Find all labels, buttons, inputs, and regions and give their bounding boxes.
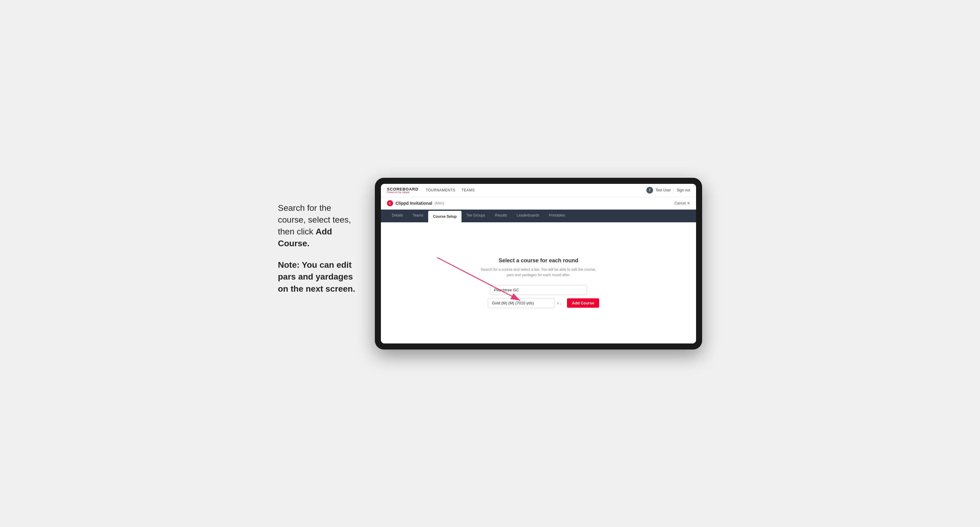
tablet-screen: SCOREBOARD Powered by clippd TOURNAMENTS… (381, 184, 696, 343)
cancel-button[interactable]: Cancel ✕ (675, 201, 690, 205)
tab-printables[interactable]: Printables (544, 210, 570, 222)
tournament-name: Clippd Invitational (395, 201, 432, 206)
annotation-note-label: Note: (278, 260, 300, 270)
tournament-title: C Clippd Invitational (Men) (387, 200, 444, 206)
tournament-header: C Clippd Invitational (Men) Cancel ✕ (381, 197, 696, 210)
cancel-label: Cancel (675, 201, 686, 205)
top-nav: SCOREBOARD Powered by clippd TOURNAMENTS… (381, 184, 696, 197)
logo-title: SCOREBOARD (387, 187, 418, 191)
user-avatar: T (646, 187, 653, 194)
tab-nav: Details Teams Course Setup Tee Groups Re… (381, 210, 696, 222)
tab-leaderboards[interactable]: Leaderboards (512, 210, 544, 222)
nav-right: T Test User | Sign out (646, 187, 690, 194)
cancel-icon: ✕ (687, 201, 690, 205)
content-desc: Search for a course and select a tee. Yo… (478, 267, 599, 278)
logo-sub: Powered by clippd (387, 191, 418, 194)
content-box: Select a course for each round Search fo… (478, 257, 599, 308)
nav-divider: | (673, 188, 674, 192)
tournament-subtitle: (Men) (434, 201, 444, 205)
tab-teams[interactable]: Teams (408, 210, 428, 222)
main-content: Select a course for each round Search fo… (381, 222, 696, 343)
content-title: Select a course for each round (478, 257, 599, 264)
course-search-wrapper (478, 285, 599, 295)
add-course-button[interactable]: Add Course (567, 298, 599, 308)
course-search-input[interactable] (490, 285, 587, 295)
logo-area: SCOREBOARD Powered by clippd (387, 187, 418, 194)
tab-tee-groups[interactable]: Tee Groups (461, 210, 490, 222)
tee-select-wrapper: Gold (M) (M) (7010 yds) (478, 298, 565, 308)
nav-left: SCOREBOARD Powered by clippd TOURNAMENTS… (387, 187, 475, 194)
nav-link-tournaments[interactable]: TOURNAMENTS (426, 188, 455, 192)
tab-details[interactable]: Details (387, 210, 408, 222)
tee-select-row: Gold (M) (M) (7010 yds) Add Course (478, 298, 599, 308)
nav-links: TOURNAMENTS TEAMS (426, 188, 475, 192)
user-label: Test User (655, 188, 671, 192)
tab-course-setup[interactable]: Course Setup (428, 211, 461, 222)
tab-results[interactable]: Results (490, 210, 512, 222)
tablet-frame: SCOREBOARD Powered by clippd TOURNAMENTS… (375, 178, 702, 349)
tee-select[interactable]: Gold (M) (M) (7010 yds) (488, 298, 555, 308)
sign-out-link[interactable]: Sign out (677, 188, 690, 192)
nav-link-teams[interactable]: TEAMS (461, 188, 475, 192)
annotation-text: Search for the course, select tees, then… (278, 178, 357, 305)
tournament-icon: C (387, 200, 393, 206)
annotation-line1: Search for the course, select tees, then… (278, 203, 351, 236)
